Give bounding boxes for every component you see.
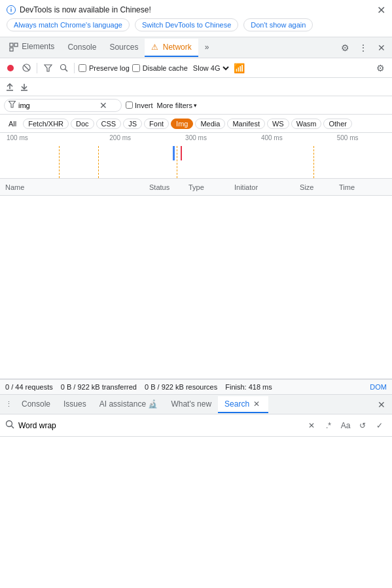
col-initiator: Initiator bbox=[234, 183, 300, 191]
tab-whats-new[interactable]: What's new bbox=[164, 396, 218, 413]
preserve-log-checkbox[interactable] bbox=[79, 64, 86, 72]
switch-devtools-button[interactable]: Switch DevTools to Chinese bbox=[135, 18, 238, 31]
preserve-log-label[interactable]: Preserve log bbox=[79, 64, 130, 72]
ruler-tick-4: 500 ms bbox=[310, 134, 385, 141]
pill-css[interactable]: CSS bbox=[96, 119, 122, 129]
pill-font[interactable]: Font bbox=[144, 119, 169, 129]
timeline-line-4 bbox=[313, 146, 314, 178]
network-settings-button[interactable]: ⚙ bbox=[372, 60, 388, 76]
tab-more[interactable]: » bbox=[198, 39, 216, 57]
invert-label[interactable]: Invert bbox=[126, 101, 153, 109]
tab-search-label: Search bbox=[224, 399, 249, 409]
refresh-search-button[interactable]: ↺ bbox=[355, 418, 370, 433]
timeline-line-1 bbox=[59, 146, 60, 178]
svg-marker-6 bbox=[45, 65, 52, 71]
regex-button[interactable]: .* bbox=[321, 418, 336, 433]
devtools-tab-icons: ⚙ ⋮ ✕ bbox=[337, 40, 389, 56]
invert-checkbox[interactable] bbox=[126, 101, 133, 109]
filter-icon[interactable] bbox=[41, 62, 54, 75]
filter-input-wrap: ✕ bbox=[4, 99, 122, 112]
toolbar-separator-1 bbox=[37, 63, 37, 73]
network-toolbar: Preserve log Disable cache Slow 4G 📶 ⚙ bbox=[0, 58, 392, 78]
preserve-log-text: Preserve log bbox=[89, 64, 130, 72]
pill-fetch/xhr[interactable]: Fetch/XHR bbox=[23, 119, 69, 129]
throttle-select[interactable]: Slow 4G bbox=[190, 64, 231, 73]
match-language-button[interactable]: Always match Chrome's language bbox=[7, 18, 130, 31]
ruler-tick-0: 100 ms bbox=[7, 134, 82, 141]
more-filters-button[interactable]: More filters ▾ bbox=[157, 101, 197, 109]
clear-search-button[interactable]: ✕ bbox=[304, 418, 319, 433]
col-name: Name bbox=[5, 183, 149, 191]
transferred-size: 0 B / 922 kB transferred bbox=[61, 383, 137, 391]
filter-bar: ✕ Invert More filters ▾ bbox=[0, 96, 392, 115]
search-network-button[interactable] bbox=[57, 62, 70, 75]
download-icon bbox=[18, 81, 30, 93]
pill-all[interactable]: All bbox=[4, 119, 21, 128]
timeline-area: 100 ms200 ms300 ms400 ms500 ms bbox=[0, 133, 392, 179]
clear-button[interactable] bbox=[20, 62, 33, 75]
filter-funnel-icon bbox=[44, 64, 52, 72]
warning-icon: ⚠ bbox=[151, 43, 158, 52]
close-notification-button[interactable]: ✕ bbox=[377, 5, 385, 16]
case-sensitive-button[interactable]: Aa bbox=[338, 418, 353, 433]
settings-button[interactable]: ⚙ bbox=[337, 40, 353, 56]
search-input[interactable] bbox=[18, 421, 300, 430]
regex-icon: .* bbox=[326, 421, 331, 430]
tab-console-bottom[interactable]: Console bbox=[15, 396, 57, 413]
record-button[interactable] bbox=[4, 62, 17, 75]
status-bar: 0 / 44 requests 0 B / 922 kB transferred… bbox=[0, 379, 392, 395]
svg-rect-2 bbox=[10, 48, 13, 51]
more-options-button[interactable]: ⋮ bbox=[355, 40, 371, 56]
tab-network-label: Network bbox=[163, 43, 192, 52]
timeline-line-2 bbox=[98, 146, 99, 178]
svg-marker-11 bbox=[9, 101, 16, 107]
search-icon bbox=[5, 420, 14, 429]
network-toolbar2 bbox=[0, 78, 392, 96]
tab-elements[interactable]: Elements bbox=[3, 38, 61, 57]
waterfall-red-bar bbox=[181, 146, 182, 160]
timeline-line-3 bbox=[177, 146, 177, 178]
filter-input[interactable] bbox=[18, 101, 97, 109]
bottom-tab-right: ✕ bbox=[374, 397, 389, 413]
waterfall-blue-bar bbox=[173, 146, 175, 160]
toolbar-separator-2 bbox=[74, 63, 75, 73]
close-bottom-panel-button[interactable]: ✕ bbox=[374, 397, 389, 413]
type-pills: AllFetch/XHRDocCSSJSFontImgMediaManifest… bbox=[0, 115, 392, 133]
disable-cache-label[interactable]: Disable cache bbox=[132, 64, 188, 72]
toolbar-right: ⚙ bbox=[372, 60, 388, 76]
done-search-button[interactable]: ✓ bbox=[372, 418, 387, 433]
tab-ai-assistance[interactable]: AI assistance 🔬 bbox=[93, 396, 165, 413]
pill-img[interactable]: Img bbox=[171, 119, 193, 129]
pill-wasm[interactable]: Wasm bbox=[291, 119, 322, 129]
info-icon: i bbox=[7, 5, 16, 14]
search-bar: ✕ .* Aa ↺ ✓ bbox=[0, 414, 392, 437]
search-icon-wrap bbox=[5, 420, 14, 431]
pill-js[interactable]: JS bbox=[123, 119, 142, 129]
tab-sources[interactable]: Sources bbox=[103, 39, 145, 57]
close-devtools-button[interactable]: ✕ bbox=[374, 40, 389, 56]
tab-issues[interactable]: Issues bbox=[57, 396, 93, 413]
pill-media[interactable]: Media bbox=[195, 119, 225, 129]
dont-show-button[interactable]: Don't show again bbox=[243, 18, 313, 31]
pill-other[interactable]: Other bbox=[323, 119, 352, 129]
close-search-tab-button[interactable]: ✕ bbox=[251, 399, 262, 409]
dom-label[interactable]: DOM bbox=[370, 383, 387, 391]
clear-filter-icon[interactable]: ✕ bbox=[99, 100, 107, 111]
table-header: Name Status Type Initiator Size Time bbox=[0, 179, 392, 196]
disable-cache-text: Disable cache bbox=[143, 64, 188, 72]
pill-manifest[interactable]: Manifest bbox=[227, 119, 265, 129]
invert-text: Invert bbox=[135, 101, 153, 109]
svg-line-8 bbox=[65, 69, 67, 72]
pill-doc[interactable]: Doc bbox=[71, 119, 94, 129]
notification-bar: i DevTools is now available in Chinese! … bbox=[0, 0, 392, 37]
table-body bbox=[0, 196, 392, 379]
clear-search-icon: ✕ bbox=[308, 421, 315, 430]
tab-more-icon[interactable]: ⋮ bbox=[3, 397, 15, 412]
refresh-icon: ↺ bbox=[359, 421, 366, 430]
tab-search[interactable]: Search ✕ bbox=[218, 396, 268, 413]
pill-ws[interactable]: WS bbox=[267, 119, 289, 129]
disable-cache-checkbox[interactable] bbox=[132, 64, 140, 72]
tab-network[interactable]: ⚠ Network bbox=[145, 39, 198, 57]
col-time: Time bbox=[339, 183, 387, 191]
tab-console[interactable]: Console bbox=[61, 39, 103, 57]
